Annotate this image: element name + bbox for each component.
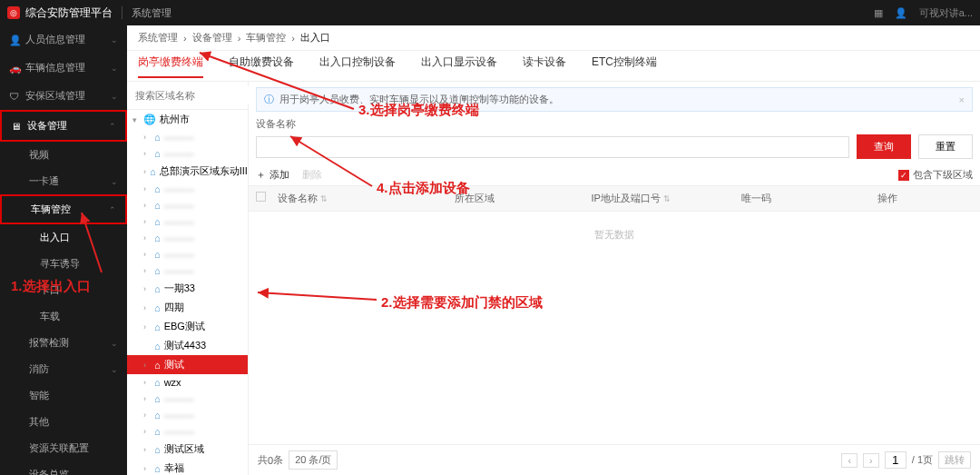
topbar: ◎ 综合安防管理平台 系统管理 ▦ 👤 可视对讲a...: [0, 0, 980, 25]
tree-root[interactable]: ▾🌐杭州市: [127, 110, 248, 129]
car-icon: 🚗: [9, 63, 20, 74]
col-name[interactable]: 设备名称⇅: [278, 192, 455, 205]
col-ops[interactable]: 操作: [877, 192, 973, 205]
tree-node[interactable]: ›⌂———: [127, 129, 248, 145]
area-tree: ▾🌐杭州市 ›⌂——— ›⌂——— ›⌂总部演示区域东动III ›⌂——— ›⌂…: [127, 110, 248, 475]
user-icon[interactable]: 👤: [895, 7, 907, 18]
chevron-up-icon: ⌃: [109, 122, 116, 131]
tree-node-wzx[interactable]: ›⌂wzx: [127, 374, 248, 391]
tab-card-reader[interactable]: 读卡设备: [523, 54, 566, 77]
home-icon: ⌂: [154, 132, 161, 143]
sidebar-sub-resource[interactable]: 资源关联配置: [0, 435, 127, 461]
user-icon: 👤: [9, 35, 20, 45]
plus-icon: ＋: [256, 168, 266, 182]
tree-node[interactable]: ›⌂———: [127, 230, 248, 246]
sidebar-sub-other[interactable]: 其他: [0, 409, 127, 435]
tree-node-siqi[interactable]: ›⌂四期: [127, 298, 248, 317]
page-input[interactable]: [885, 451, 906, 469]
breadcrumb-dev[interactable]: 设备管理: [192, 31, 232, 45]
top-nav-sysmgr[interactable]: 系统管理: [132, 6, 172, 20]
tree-node[interactable]: ›⌂———: [127, 391, 248, 407]
next-page-button[interactable]: ›: [863, 453, 879, 468]
app-title: 综合安防管理平台: [25, 5, 113, 21]
tree-node[interactable]: ›⌂———: [127, 246, 248, 262]
sidebar-sub-overview[interactable]: 设备总览: [0, 461, 127, 475]
tree-node-csqy[interactable]: ›⌂测试区域: [127, 440, 248, 459]
breadcrumb-veh[interactable]: 车辆管控: [246, 31, 286, 45]
info-text: 用于岗亭人员收费、实时车辆显示以及道闸控制等功能的设备。: [279, 93, 559, 106]
include-sub-checkbox[interactable]: ✓包含下级区域: [898, 168, 973, 182]
tree-node[interactable]: ›⌂总部演示区域东动III: [127, 162, 248, 181]
page-size-select[interactable]: 20 条/页: [289, 450, 338, 470]
sort-icon: ⇅: [663, 194, 671, 203]
sidebar-sub-smart[interactable]: 智能: [0, 382, 127, 409]
jump-button[interactable]: 跳转: [938, 451, 971, 469]
close-icon[interactable]: ×: [959, 94, 965, 105]
topbar-right: ▦ 👤 可视对讲a...: [865, 6, 973, 20]
device-name-input[interactable]: [256, 136, 849, 158]
tree-node[interactable]: ›⌂———: [127, 181, 248, 197]
sidebar-sub-checkpoint[interactable]: 卡口: [0, 277, 127, 303]
col-area[interactable]: 所在区域: [455, 192, 591, 205]
sidebar-sub-video[interactable]: 视频: [0, 142, 127, 168]
shield-icon: 🛡: [9, 91, 20, 102]
tree-node-4433[interactable]: ⌂测试4433: [127, 336, 248, 355]
breadcrumb: 系统管理› 设备管理› 车辆管控› 出入口: [127, 25, 980, 51]
user-name[interactable]: 可视对讲a...: [919, 7, 973, 18]
checkbox-icon: ✓: [898, 170, 909, 181]
sidebar-sub-entrance[interactable]: 出入口: [0, 224, 127, 251]
chevron-up-icon: ⌃: [109, 205, 116, 214]
sidebar-item-security[interactable]: 🛡安保区域管理⌄: [0, 82, 127, 110]
tree-node-yiqi[interactable]: ›⌂一期33: [127, 279, 248, 298]
query-button[interactable]: 查询: [857, 134, 911, 159]
sidebar-sub-onboard[interactable]: 车载: [0, 303, 127, 330]
tab-io-control[interactable]: 出入口控制设备: [319, 54, 396, 77]
tree-node[interactable]: ›⌂———: [127, 145, 248, 162]
filter-label: 设备名称: [256, 117, 973, 131]
tree-search-input[interactable]: [132, 86, 264, 104]
sidebar-sub-card[interactable]: 一卡通⌄: [0, 168, 127, 194]
tab-etc[interactable]: ETC控制终端: [592, 54, 657, 77]
col-uid[interactable]: 唯一码: [741, 192, 877, 205]
tree-node-selected[interactable]: ›⌂测试: [127, 355, 248, 374]
grid-icon[interactable]: ▦: [874, 7, 883, 18]
sidebar-item-vehicle[interactable]: 🚗车辆信息管理⌄: [0, 54, 127, 82]
toolbar: ＋添加 删除 ✓包含下级区域: [249, 164, 980, 185]
table-body: 暂无数据: [249, 212, 980, 444]
sidebar-item-person[interactable]: 👤人员信息管理⌄: [0, 25, 127, 54]
tab-self-pay[interactable]: 自助缴费设备: [229, 54, 294, 77]
sidebar-sub-vehicle-ctrl[interactable]: 车辆管控⌃: [0, 194, 127, 224]
sidebar-item-device-mgr[interactable]: 🖥设备管理⌃: [0, 110, 127, 142]
filter-row: 设备名称 查询 重置: [249, 112, 980, 164]
breadcrumb-current: 出入口: [300, 31, 330, 45]
reset-button[interactable]: 重置: [918, 134, 973, 159]
breadcrumb-sys[interactable]: 系统管理: [138, 31, 178, 45]
tree-node[interactable]: ›⌂———: [127, 197, 248, 213]
col-ip[interactable]: IP地址及端口号⇅: [591, 192, 740, 205]
tab-booth-terminal[interactable]: 岗亭缴费终端: [138, 54, 203, 77]
tree-node-xf[interactable]: ›⌂幸福: [127, 459, 248, 475]
tree-node[interactable]: ›⌂———: [127, 262, 248, 279]
tree-node[interactable]: ›⌂———: [127, 407, 248, 423]
tree-node[interactable]: ›⌂———: [127, 213, 248, 230]
select-all-checkbox[interactable]: [256, 192, 266, 202]
table-header: 设备名称⇅ 所在区域 IP地址及端口号⇅ 唯一码 操作: [249, 185, 980, 212]
sidebar-sub-alarm[interactable]: 报警检测⌄: [0, 330, 127, 356]
sidebar-sub-guide[interactable]: 寻车诱导: [0, 251, 127, 277]
app-logo-icon: ◎: [7, 6, 20, 19]
tab-io-display[interactable]: 出入口显示设备: [421, 54, 497, 77]
globe-icon: 🌐: [143, 114, 156, 125]
sidebar-sub-fire[interactable]: 消防⌄: [0, 356, 127, 382]
sidebar: 👤人员信息管理⌄ 🚗车辆信息管理⌄ 🛡安保区域管理⌄ 🖥设备管理⌃ 视频 一卡通…: [0, 25, 127, 475]
prev-page-button[interactable]: ‹: [841, 453, 858, 468]
chevron-down-icon: ⌄: [111, 35, 118, 45]
info-icon: ⓘ: [264, 93, 274, 106]
tree-search: 🔍: [127, 82, 248, 110]
tree-node-ebg[interactable]: ›⌂EBG测试: [127, 317, 248, 336]
empty-text: 暂无数据: [594, 228, 634, 242]
area-tree-panel: 🔍 ▾🌐杭州市 ›⌂——— ›⌂——— ›⌂总部演示区域东动III ›⌂——— …: [127, 82, 249, 475]
pager: 共0条 20 条/页 ‹ › / 1页 跳转: [249, 444, 980, 475]
tree-node[interactable]: ›⌂———: [127, 423, 248, 440]
delete-button[interactable]: 删除: [302, 168, 322, 182]
add-button[interactable]: ＋添加: [256, 168, 289, 182]
